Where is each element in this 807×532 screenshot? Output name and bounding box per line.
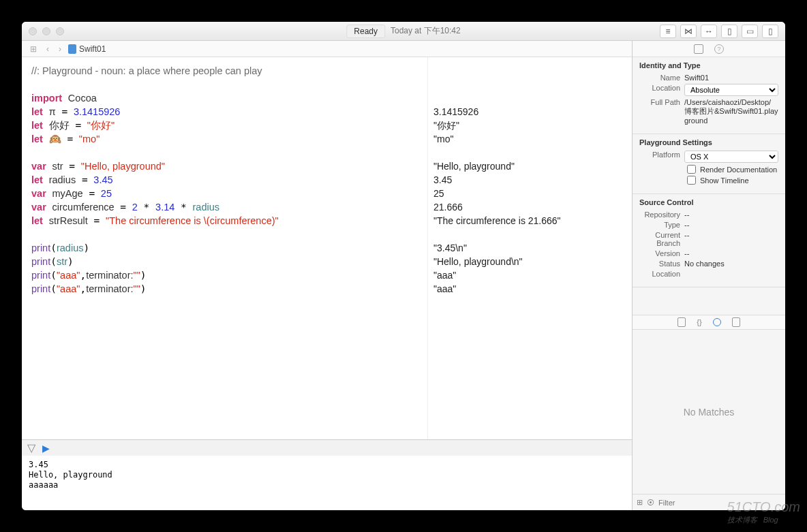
- nav-forward-icon[interactable]: ›: [56, 44, 64, 54]
- editor-wrap: //: Playground - noun: a place where peo…: [22, 57, 632, 439]
- show-timeline-checkbox[interactable]: [687, 176, 696, 185]
- quickhelp-tab-icon[interactable]: ?: [714, 44, 724, 54]
- inspector-tabs[interactable]: ?: [633, 41, 785, 57]
- watermark: 51CTO.com 技术博客 Blog: [727, 499, 800, 525]
- breadcrumb-filename: Swift01: [79, 44, 106, 54]
- related-items-icon[interactable]: ⊞: [27, 44, 40, 54]
- file-template-icon[interactable]: [677, 317, 686, 327]
- full-path: /Users/caishaozi/Desktop/博客图片&Swift/Swif…: [684, 98, 778, 125]
- xcode-window: Ready Today at 下午10:42 ≡ ⋈ ↔ ▯ ▭ ▯ ⊞ ‹ ›…: [22, 22, 785, 510]
- run-button[interactable]: ▶: [42, 443, 50, 454]
- library-tabs[interactable]: {}: [633, 315, 785, 330]
- traffic-lights[interactable]: [29, 27, 64, 35]
- editor-mode-assist-button[interactable]: ⋈: [680, 25, 697, 38]
- editor-mode-standard-button[interactable]: ≡: [660, 25, 676, 38]
- library-empty-label: No Matches: [633, 330, 785, 494]
- nav-back-icon[interactable]: ‹: [44, 44, 52, 54]
- grid-view-icon[interactable]: ⊞: [637, 498, 643, 507]
- status-text: Ready: [346, 25, 385, 38]
- location-select[interactable]: Absolute: [684, 84, 778, 96]
- results-sidebar: 3.1415926 "你好" "mo" "Hello, playground" …: [427, 57, 632, 439]
- console-output[interactable]: 3.45 Hello, playground aaaaaa: [22, 456, 632, 510]
- filter-icon: ⦿: [647, 499, 654, 507]
- status-time: Today at 下午10:42: [391, 25, 461, 37]
- breadcrumb-file[interactable]: Swift01: [68, 44, 106, 54]
- editor-column: ⊞ ‹ › Swift01 //: Playground - noun: a p…: [22, 41, 632, 510]
- platform-select[interactable]: OS X: [684, 151, 778, 163]
- toolbar-right: ≡ ⋈ ↔ ▯ ▭ ▯: [660, 25, 778, 38]
- debug-toggle-icon[interactable]: ▽: [27, 441, 35, 454]
- code-snippet-icon[interactable]: {}: [697, 318, 701, 326]
- titlebar: Ready Today at 下午10:42 ≡ ⋈ ↔ ▯ ▭ ▯: [22, 22, 785, 41]
- inspector-panel: ? Identity and Type NameSwift01 Location…: [632, 41, 785, 510]
- toggle-inspector-button[interactable]: ▯: [762, 25, 778, 38]
- identity-section: Identity and Type NameSwift01 LocationAb…: [633, 57, 785, 134]
- file-inspector-tab-icon[interactable]: [694, 44, 703, 54]
- file-name: Swift01: [684, 74, 778, 82]
- main-area: ⊞ ‹ › Swift01 //: Playground - noun: a p…: [22, 41, 785, 510]
- toggle-debug-button[interactable]: ▭: [742, 25, 758, 38]
- media-library-icon[interactable]: [732, 317, 740, 327]
- swift-file-icon: [68, 44, 76, 54]
- jump-bar[interactable]: ⊞ ‹ › Swift01: [22, 41, 632, 57]
- code-editor[interactable]: //: Playground - noun: a place where peo…: [22, 57, 427, 439]
- playground-settings-section: Playground Settings PlatformOS X Render …: [633, 134, 785, 194]
- object-library-icon[interactable]: [713, 318, 721, 326]
- toggle-navigator-button[interactable]: ▯: [721, 25, 737, 38]
- editor-mode-version-button[interactable]: ↔: [701, 25, 717, 38]
- debug-bar: ▽ ▶: [22, 439, 632, 456]
- source-control-section: Source Control Repository-- Type-- Curre…: [633, 194, 785, 287]
- render-doc-checkbox[interactable]: [687, 165, 696, 174]
- activity-viewer: Ready Today at 下午10:42: [346, 25, 460, 38]
